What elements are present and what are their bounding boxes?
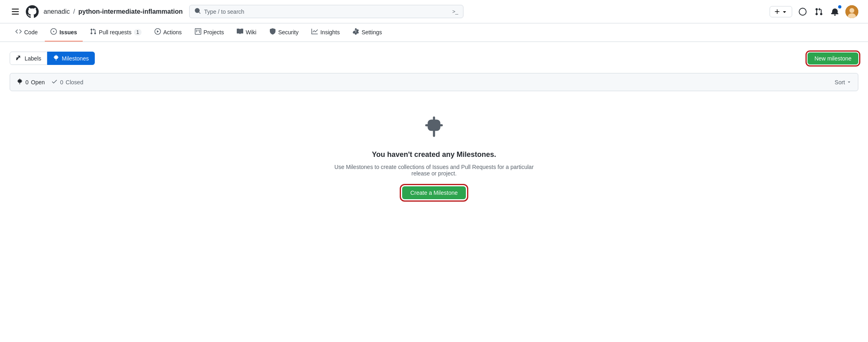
repo-path: anenadic / python-intermediate-inflammat… — [44, 8, 183, 15]
top-navbar: anenadic / python-intermediate-inflammat… — [0, 0, 868, 23]
sort-chevron-icon — [847, 79, 851, 86]
filter-bar: Labels Milestones New milestone — [10, 52, 858, 65]
tab-security-label: Security — [278, 29, 299, 35]
empty-state-description: Use Milestones to create collections of … — [333, 164, 535, 177]
notification-bell-wrapper — [829, 6, 841, 17]
tab-code-label: Code — [24, 29, 38, 35]
issues-icon — [50, 28, 57, 36]
tab-actions[interactable]: Actions — [149, 23, 188, 42]
pull-requests-badge: 1 — [134, 29, 142, 35]
create-milestone-button[interactable]: Create a Milestone — [402, 186, 466, 199]
repo-owner[interactable]: anenadic — [44, 8, 70, 15]
sort-label: Sort — [835, 79, 845, 86]
tab-wiki-label: Wiki — [246, 29, 256, 35]
open-status-item[interactable]: 0 Open — [17, 78, 45, 86]
tab-code[interactable]: Code — [10, 23, 43, 42]
milestone-open-icon — [17, 78, 23, 86]
main-content: Labels Milestones New milestone 0 Open — [0, 42, 868, 233]
create-new-button[interactable] — [770, 6, 792, 17]
projects-icon — [195, 28, 201, 36]
settings-icon — [353, 28, 359, 36]
tab-pull-requests-label: Pull requests — [99, 29, 131, 35]
repo-nav: Code Issues Pull requests 1 Actions Proj… — [0, 23, 868, 42]
copilot-button[interactable] — [797, 6, 808, 17]
pull-request-icon-button[interactable] — [813, 6, 824, 17]
svg-point-0 — [799, 8, 806, 15]
avatar[interactable] — [845, 5, 858, 18]
milestones-icon — [53, 54, 59, 62]
empty-state-title: You haven't created any Milestones. — [372, 150, 496, 159]
tab-pull-requests[interactable]: Pull requests 1 — [84, 23, 147, 42]
topnav-right — [770, 5, 858, 18]
github-logo-icon — [26, 5, 39, 18]
tab-issues-label: Issues — [59, 29, 77, 35]
repo-name[interactable]: python-intermediate-inflammation — [78, 8, 183, 15]
open-count: 0 — [25, 79, 29, 86]
sort-button[interactable]: Sort — [835, 79, 851, 86]
tab-projects[interactable]: Projects — [189, 23, 230, 42]
closed-status-item[interactable]: 0 Closed — [51, 78, 83, 86]
tab-settings[interactable]: Settings — [347, 23, 388, 42]
search-icon — [194, 8, 201, 15]
new-milestone-button[interactable]: New milestone — [807, 52, 858, 65]
tab-settings-label: Settings — [361, 29, 382, 35]
security-icon — [269, 28, 276, 36]
new-milestone-button-label: New milestone — [814, 55, 851, 62]
milestones-button-label: Milestones — [62, 55, 89, 62]
tab-wiki[interactable]: Wiki — [231, 23, 262, 42]
create-milestone-button-label: Create a Milestone — [410, 190, 458, 196]
code-icon — [15, 28, 22, 36]
labels-button-label: Labels — [25, 55, 41, 62]
actions-icon — [154, 28, 161, 36]
notification-dot — [838, 5, 841, 8]
wiki-icon — [237, 28, 243, 36]
tab-insights[interactable]: Insights — [306, 23, 345, 42]
empty-milestones-icon — [423, 115, 445, 142]
status-left: 0 Open 0 Closed — [17, 78, 83, 86]
insights-icon — [311, 28, 318, 36]
topnav-left: anenadic / python-intermediate-inflammat… — [10, 5, 183, 18]
pull-request-tab-icon — [90, 28, 96, 36]
filter-left: Labels Milestones — [10, 52, 95, 65]
tab-projects-label: Projects — [204, 29, 224, 35]
check-icon — [51, 78, 58, 86]
search-command-icon: >_ — [452, 8, 458, 15]
tab-actions-label: Actions — [163, 29, 182, 35]
search-box[interactable]: Type / to search >_ — [189, 5, 463, 18]
closed-label: Closed — [66, 79, 83, 86]
labels-icon — [16, 54, 22, 62]
status-bar: 0 Open 0 Closed Sort — [10, 73, 858, 91]
tab-security[interactable]: Security — [264, 23, 305, 42]
search-placeholder-text: Type / to search — [204, 8, 449, 15]
empty-state: You haven't created any Milestones. Use … — [10, 91, 858, 223]
open-label: Open — [31, 79, 45, 86]
tab-insights-label: Insights — [320, 29, 340, 35]
labels-button[interactable]: Labels — [10, 52, 47, 65]
svg-point-2 — [849, 8, 854, 13]
tab-issues[interactable]: Issues — [45, 23, 83, 42]
closed-count: 0 — [60, 79, 63, 86]
repo-separator: / — [73, 8, 75, 15]
hamburger-button[interactable] — [10, 6, 21, 17]
milestones-button[interactable]: Milestones — [47, 52, 95, 65]
